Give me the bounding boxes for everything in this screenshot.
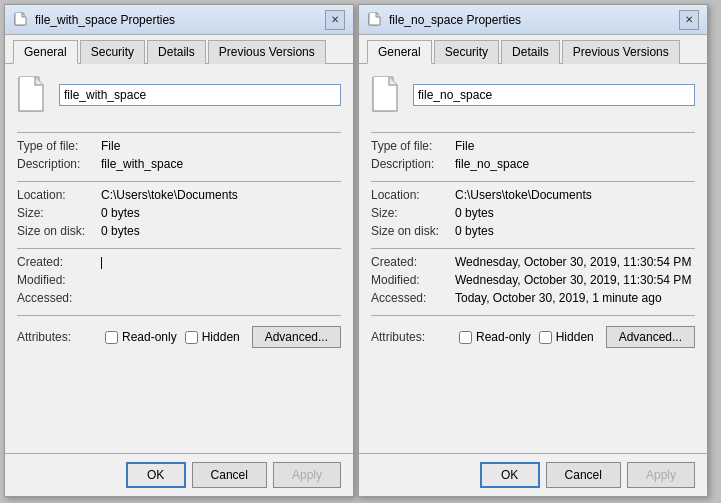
- close-button-2[interactable]: ✕: [679, 10, 699, 30]
- title-text-2: file_no_space Properties: [389, 13, 673, 27]
- divider-2b: [371, 181, 695, 182]
- created-row-2: Created: Wednesday, October 30, 2019, 11…: [371, 255, 695, 269]
- desc-value-1: file_with_space: [101, 157, 341, 171]
- tab-general-1[interactable]: General: [13, 40, 78, 64]
- ok-button-2[interactable]: OK: [480, 462, 540, 488]
- divider-1: [17, 132, 341, 133]
- modified-label-1: Modified:: [17, 273, 97, 287]
- title-bar-2: file_no_space Properties ✕: [359, 5, 707, 35]
- readonly-checkbox-1[interactable]: [105, 331, 118, 344]
- readonly-label-2: Read-only: [476, 330, 531, 344]
- size-disk-value-2: 0 bytes: [455, 224, 695, 238]
- accessed-label-1: Accessed:: [17, 291, 97, 305]
- apply-button-1[interactable]: Apply: [273, 462, 341, 488]
- file-icon-1: [17, 76, 49, 114]
- readonly-group-1: Read-only: [105, 330, 177, 344]
- size-row-2: Size: 0 bytes: [371, 206, 695, 220]
- size-row-1: Size: 0 bytes: [17, 206, 341, 220]
- footer-2: OK Cancel Apply: [359, 453, 707, 496]
- attributes-row-2: Attributes: Read-only Hidden Advanced...: [371, 326, 695, 348]
- accessed-label-2: Accessed:: [371, 291, 451, 305]
- location-value-1: C:\Users\toke\Documents: [101, 188, 341, 202]
- created-label-2: Created:: [371, 255, 451, 269]
- modified-value-2: Wednesday, October 30, 2019, 11:30:54 PM: [455, 273, 695, 287]
- attributes-row-1: Attributes: Read-only Hidden Advanced...: [17, 326, 341, 348]
- tab-security-1[interactable]: Security: [80, 40, 145, 64]
- hidden-checkbox-2[interactable]: [539, 331, 552, 344]
- hidden-group-1: Hidden: [185, 330, 240, 344]
- size-disk-label-1: Size on disk:: [17, 224, 97, 238]
- readonly-checkbox-2[interactable]: [459, 331, 472, 344]
- file-header-1: [17, 76, 341, 114]
- size-value-1: 0 bytes: [101, 206, 341, 220]
- hidden-group-2: Hidden: [539, 330, 594, 344]
- close-button-1[interactable]: ✕: [325, 10, 345, 30]
- type-row-1: Type of file: File: [17, 139, 341, 153]
- divider-1d: [17, 315, 341, 316]
- size-disk-value-1: 0 bytes: [101, 224, 341, 238]
- advanced-button-1[interactable]: Advanced...: [252, 326, 341, 348]
- location-row-1: Location: C:\Users\toke\Documents: [17, 188, 341, 202]
- dialog-file-no-space: file_no_space Properties ✕ General Secur…: [358, 4, 708, 497]
- divider-2: [371, 132, 695, 133]
- location-label-1: Location:: [17, 188, 97, 202]
- modified-label-2: Modified:: [371, 273, 451, 287]
- title-icon-2: [367, 12, 383, 28]
- hidden-label-1: Hidden: [202, 330, 240, 344]
- divider-1c: [17, 248, 341, 249]
- attributes-label-2: Attributes:: [371, 330, 451, 344]
- file-header-2: [371, 76, 695, 114]
- desc-row-2: Description: file_no_space: [371, 157, 695, 171]
- size-value-2: 0 bytes: [455, 206, 695, 220]
- tab-general-2[interactable]: General: [367, 40, 432, 64]
- filename-input-1[interactable]: [59, 84, 341, 106]
- readonly-label-1: Read-only: [122, 330, 177, 344]
- advanced-button-2[interactable]: Advanced...: [606, 326, 695, 348]
- hidden-checkbox-1[interactable]: [185, 331, 198, 344]
- hidden-label-2: Hidden: [556, 330, 594, 344]
- tab-prev-versions-2[interactable]: Previous Versions: [562, 40, 680, 64]
- size-disk-label-2: Size on disk:: [371, 224, 451, 238]
- accessed-row-1: Accessed:: [17, 291, 341, 305]
- location-row-2: Location: C:\Users\toke\Documents: [371, 188, 695, 202]
- divider-2c: [371, 248, 695, 249]
- tabs-2: General Security Details Previous Versio…: [359, 35, 707, 64]
- filename-input-2[interactable]: [413, 84, 695, 106]
- accessed-row-2: Accessed: Today, October 30, 2019, 1 min…: [371, 291, 695, 305]
- tab-prev-versions-1[interactable]: Previous Versions: [208, 40, 326, 64]
- file-icon-2: [371, 76, 403, 114]
- divider-1b: [17, 181, 341, 182]
- cancel-button-1[interactable]: Cancel: [192, 462, 267, 488]
- ok-button-1[interactable]: OK: [126, 462, 186, 488]
- created-row-1: Created:: [17, 255, 341, 269]
- dialog-file-with-space: file_with_space Properties ✕ General Sec…: [4, 4, 354, 497]
- type-value-1: File: [101, 139, 341, 153]
- tabs-1: General Security Details Previous Versio…: [5, 35, 353, 64]
- desc-row-1: Description: file_with_space: [17, 157, 341, 171]
- size-label-2: Size:: [371, 206, 451, 220]
- content-1: Type of file: File Description: file_wit…: [5, 64, 353, 453]
- accessed-value-2: Today, October 30, 2019, 1 minute ago: [455, 291, 695, 305]
- footer-1: OK Cancel Apply: [5, 453, 353, 496]
- modified-row-2: Modified: Wednesday, October 30, 2019, 1…: [371, 273, 695, 287]
- title-bar-1: file_with_space Properties ✕: [5, 5, 353, 35]
- content-2: Type of file: File Description: file_no_…: [359, 64, 707, 453]
- size-disk-row-2: Size on disk: 0 bytes: [371, 224, 695, 238]
- size-label-1: Size:: [17, 206, 97, 220]
- location-label-2: Location:: [371, 188, 451, 202]
- tab-details-2[interactable]: Details: [501, 40, 560, 64]
- apply-button-2[interactable]: Apply: [627, 462, 695, 488]
- divider-2d: [371, 315, 695, 316]
- type-label-2: Type of file:: [371, 139, 451, 153]
- type-label-1: Type of file:: [17, 139, 97, 153]
- created-value-1: [101, 255, 341, 269]
- title-text-1: file_with_space Properties: [35, 13, 319, 27]
- modified-row-1: Modified:: [17, 273, 341, 287]
- desc-label-2: Description:: [371, 157, 451, 171]
- cancel-button-2[interactable]: Cancel: [546, 462, 621, 488]
- title-icon-1: [13, 12, 29, 28]
- location-value-2: C:\Users\toke\Documents: [455, 188, 695, 202]
- size-disk-row-1: Size on disk: 0 bytes: [17, 224, 341, 238]
- tab-details-1[interactable]: Details: [147, 40, 206, 64]
- tab-security-2[interactable]: Security: [434, 40, 499, 64]
